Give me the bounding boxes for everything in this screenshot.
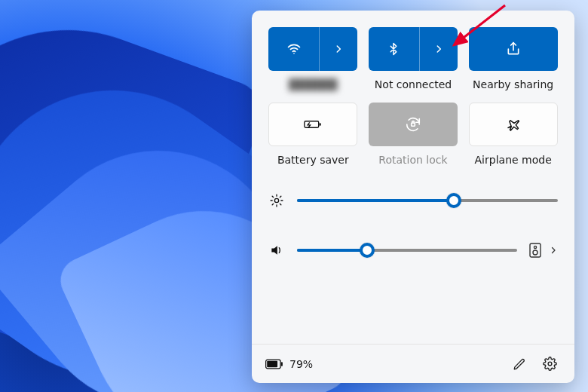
svg-line-11	[280, 204, 281, 205]
battery-saver-icon	[304, 118, 322, 131]
quick-tiles-grid: ██████ Not conn	[268, 27, 558, 167]
battery-status[interactable]: 79%	[265, 358, 313, 370]
bluetooth-tile[interactable]	[369, 27, 458, 71]
quick-settings-panel: ██████ Not conn	[252, 11, 574, 383]
audio-output-icon[interactable]	[529, 243, 541, 258]
volume-icon	[268, 243, 285, 258]
volume-fill	[297, 249, 367, 252]
bluetooth-icon	[387, 42, 400, 56]
battery-saver-label: Battery saver	[277, 154, 349, 167]
edit-button[interactable]	[508, 353, 531, 375]
svg-rect-3	[320, 123, 321, 125]
rotation-lock-icon	[405, 116, 421, 133]
volume-thumb[interactable]	[360, 243, 375, 258]
battery-icon	[265, 359, 283, 369]
wifi-tile[interactable]	[268, 27, 357, 71]
chevron-right-icon[interactable]	[549, 246, 558, 255]
wifi-expand[interactable]	[320, 27, 357, 71]
svg-point-5	[274, 198, 278, 202]
volume-slider[interactable]	[297, 249, 517, 252]
bluetooth-toggle[interactable]	[369, 27, 419, 71]
panel-footer: 79%	[252, 344, 574, 383]
svg-point-0	[293, 53, 295, 54]
airplane-icon	[505, 116, 522, 133]
svg-rect-2	[305, 121, 319, 128]
svg-rect-19	[281, 362, 283, 366]
pencil-icon	[513, 357, 526, 371]
svg-point-16	[534, 246, 536, 248]
rotation-lock-tile	[369, 103, 458, 146]
chevron-right-icon	[333, 44, 344, 54]
wifi-toggle[interactable]	[268, 27, 319, 71]
airplane-mode-label: Airplane mode	[475, 154, 552, 167]
wifi-label: ██████	[289, 78, 338, 92]
svg-point-21	[548, 362, 552, 366]
brightness-icon	[268, 193, 285, 208]
wifi-icon	[286, 41, 302, 57]
brightness-thumb[interactable]	[446, 193, 461, 208]
rotation-lock-label: Rotation lock	[378, 154, 447, 167]
svg-point-17	[533, 250, 537, 255]
volume-row	[268, 243, 558, 258]
svg-line-12	[272, 204, 274, 205]
settings-button[interactable]	[538, 353, 561, 375]
svg-rect-20	[267, 360, 277, 366]
airplane-mode-tile[interactable]	[469, 103, 558, 146]
svg-line-10	[272, 196, 274, 198]
brightness-row	[268, 193, 558, 208]
svg-marker-14	[271, 246, 277, 255]
brightness-fill	[297, 199, 454, 202]
bluetooth-label: Not connected	[375, 78, 452, 92]
chevron-right-icon	[433, 44, 444, 54]
bluetooth-expand[interactable]	[420, 27, 458, 71]
nearby-sharing-label: Nearby sharing	[473, 78, 553, 92]
brightness-slider[interactable]	[297, 199, 558, 202]
svg-line-13	[280, 196, 281, 198]
gear-icon	[543, 357, 557, 371]
battery-percent: 79%	[289, 358, 313, 370]
share-icon	[506, 41, 521, 57]
battery-saver-tile[interactable]	[268, 103, 357, 146]
nearby-sharing-tile[interactable]	[469, 27, 558, 71]
